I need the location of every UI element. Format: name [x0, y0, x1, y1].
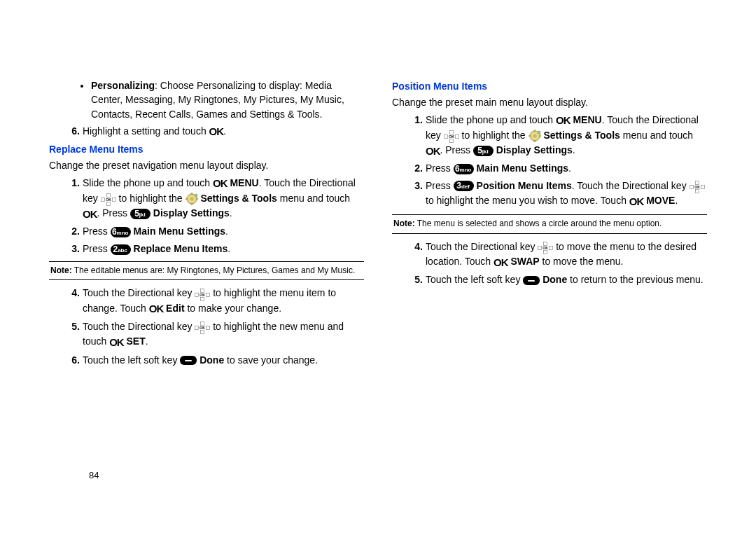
bullet-personalizing: Personalizing: Choose Personalizing to d…: [91, 78, 364, 121]
key-5-icon: 5jkl: [130, 209, 150, 219]
key-6-icon: 6mno: [111, 227, 131, 237]
intro-position: Change the preset main menu layout displ…: [392, 95, 707, 109]
ok-icon: OK: [556, 113, 570, 128]
page-number: 84: [89, 470, 99, 480]
step-p5: Touch the left soft key Done to return t…: [426, 272, 707, 286]
directional-key-icon: [195, 320, 210, 334]
ok-icon: OK: [209, 124, 224, 139]
step-p3: Press 3def Position Menu Items. Touch th…: [426, 179, 707, 209]
step-r4: Touch the Directional key to highlight t…: [83, 286, 364, 317]
note-replace: Note: The editable menus are: My Rington…: [49, 261, 364, 280]
note-position: Note: The menu is selected and shows a c…: [392, 214, 707, 233]
ok-icon: OK: [493, 255, 508, 270]
key-5-icon: 5jkl: [473, 146, 493, 156]
left-soft-key-icon: [180, 356, 197, 365]
step-6-intro: Highlight a setting and touch OK.: [83, 124, 364, 139]
ok-icon: OK: [83, 207, 97, 222]
directional-key-icon: [195, 287, 210, 301]
gear-icon: [186, 193, 198, 205]
step-r6: Touch the left soft key Done to save you…: [83, 353, 364, 367]
steps-position: Slide the phone up and touch OK MENU. To…: [392, 113, 707, 209]
left-soft-key-icon: [523, 276, 540, 285]
directional-key-icon: [690, 179, 705, 193]
bullet-list: Personalizing: Choose Personalizing to d…: [49, 78, 364, 121]
directional-key-icon: [101, 192, 116, 206]
step-p4: Touch the Directional key to move the me…: [426, 240, 707, 270]
step-r2: Press 6mno Main Menu Settings.: [83, 224, 364, 238]
steps-replace-cont: Touch the Directional key to highlight t…: [49, 286, 364, 367]
key-6-icon: 6mno: [454, 164, 474, 174]
step-r1: Slide the phone up and touch OK MENU. To…: [83, 176, 364, 222]
directional-key-icon: [538, 240, 553, 254]
heading-replace-menu-items: Replace Menu Items: [49, 142, 364, 156]
steps-position-cont: Touch the Directional key to move the me…: [392, 240, 707, 287]
directional-key-icon: [444, 129, 459, 143]
ok-icon: OK: [629, 194, 644, 209]
step-r3: Press 2abc Replace Menu Items.: [83, 242, 364, 256]
ok-icon: OK: [213, 176, 227, 191]
key-2-icon: 2abc: [111, 244, 131, 255]
step-list-continue: Highlight a setting and touch OK.: [49, 124, 364, 139]
key-3-icon: 3def: [454, 181, 474, 191]
ok-icon: OK: [109, 335, 124, 350]
step-p2: Press 6mno Main Menu Settings.: [426, 161, 707, 175]
gear-icon: [528, 130, 541, 142]
intro-replace: Change the preset navigation menu layout…: [49, 158, 364, 172]
ok-icon: OK: [149, 301, 164, 317]
heading-position-menu-items: Position Menu Items: [392, 79, 707, 93]
ok-icon: OK: [426, 144, 440, 159]
step-p1: Slide the phone up and touch OK MENU. To…: [426, 113, 707, 159]
steps-replace: Slide the phone up and touch OK MENU. To…: [49, 176, 364, 256]
document-page: Personalizing: Choose Personalizing to d…: [0, 0, 756, 469]
step-r5: Touch the Directional key to highlight t…: [83, 319, 364, 350]
